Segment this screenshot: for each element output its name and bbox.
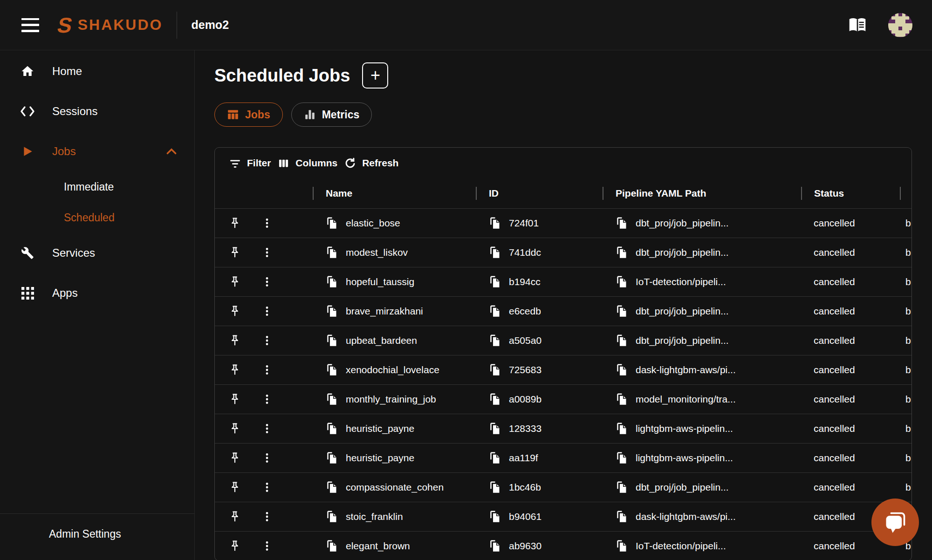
pushpin-icon[interactable]	[228, 305, 241, 318]
copy-icon[interactable]	[326, 393, 338, 406]
row-menu-button[interactable]	[261, 246, 273, 259]
copy-icon[interactable]	[326, 246, 338, 259]
copy-icon[interactable]	[616, 511, 628, 523]
refresh-button[interactable]: Refresh	[344, 157, 398, 170]
sidebar-item-scheduled[interactable]: Scheduled	[0, 202, 194, 233]
copy-icon[interactable]	[326, 364, 338, 376]
column-header-id[interactable]: ID	[476, 178, 603, 208]
row-menu-button[interactable]	[261, 276, 273, 288]
pushpin-icon[interactable]	[228, 481, 241, 494]
copy-icon[interactable]	[326, 305, 338, 318]
copy-icon[interactable]	[616, 217, 628, 230]
copy-icon[interactable]	[489, 246, 501, 259]
sidebar-item-apps[interactable]: Apps	[0, 273, 194, 313]
sidebar-item-home[interactable]: Home	[0, 51, 194, 91]
copy-icon[interactable]	[616, 393, 628, 406]
row-menu-button[interactable]	[261, 364, 273, 376]
main-content: Scheduled Jobs + Jobs Metrics Filter	[195, 50, 932, 560]
copy-icon[interactable]	[489, 511, 501, 523]
copy-icon[interactable]	[616, 423, 628, 435]
table-row[interactable]: elastic_bose 724f01 dbt_proj/job_pipelin…	[215, 208, 911, 238]
copy-icon[interactable]	[489, 305, 501, 318]
clipped-cell-text: b	[905, 482, 911, 493]
docs-button[interactable]	[847, 16, 868, 34]
copy-icon[interactable]	[489, 540, 501, 553]
copy-icon[interactable]	[489, 276, 501, 288]
pushpin-icon[interactable]	[228, 422, 241, 435]
topbar: S SHAKUDO demo2	[0, 0, 932, 50]
table-row[interactable]: upbeat_bardeen a505a0 dbt_proj/job_pipel…	[215, 326, 911, 355]
copy-icon[interactable]	[326, 481, 338, 494]
pipeline-yaml-path: lightgbm-aws-pipelin...	[636, 452, 733, 464]
copy-icon[interactable]	[489, 364, 501, 376]
filter-button[interactable]: Filter	[229, 157, 271, 170]
sidebar-item-immediate[interactable]: Immediate	[0, 171, 194, 202]
table-row[interactable]: heuristic_payne 128333 lightgbm-aws-pipe…	[215, 414, 911, 443]
copy-icon[interactable]	[489, 393, 501, 406]
pushpin-icon[interactable]	[228, 275, 241, 288]
table-row[interactable]: modest_liskov 741ddc dbt_proj/job_pipeli…	[215, 238, 911, 267]
pushpin-icon[interactable]	[228, 451, 241, 464]
table-row[interactable]: hopeful_taussig b194cc IoT-detection/pip…	[215, 267, 911, 296]
copy-icon[interactable]	[616, 540, 628, 553]
pushpin-icon[interactable]	[228, 363, 241, 376]
pushpin-icon[interactable]	[228, 217, 241, 230]
copy-icon[interactable]	[326, 540, 338, 553]
chevron-up-icon[interactable]	[165, 147, 178, 156]
pushpin-icon[interactable]	[228, 510, 241, 523]
copy-icon[interactable]	[616, 452, 628, 464]
row-menu-button[interactable]	[261, 423, 273, 435]
column-header-pipeline-yaml-path[interactable]: Pipeline YAML Path	[603, 178, 801, 208]
copy-icon[interactable]	[326, 511, 338, 523]
tab-metrics[interactable]: Metrics	[291, 102, 372, 127]
tab-jobs[interactable]: Jobs	[214, 102, 283, 127]
copy-icon[interactable]	[489, 452, 501, 464]
menu-button[interactable]	[21, 18, 39, 32]
copy-icon[interactable]	[616, 335, 628, 347]
table-row[interactable]: heuristic_payne aa119f lightgbm-aws-pipe…	[215, 443, 911, 472]
row-menu-button[interactable]	[261, 393, 273, 405]
table-row[interactable]: compassionate_cohen 1bc46b dbt_proj/job_…	[215, 472, 911, 502]
column-header-name[interactable]: Name	[313, 178, 476, 208]
pushpin-icon[interactable]	[228, 540, 241, 553]
row-menu-button[interactable]	[261, 540, 273, 552]
row-menu-button[interactable]	[261, 217, 273, 229]
copy-icon[interactable]	[616, 481, 628, 494]
row-menu-button[interactable]	[261, 452, 273, 464]
row-menu-button[interactable]	[261, 305, 273, 317]
pushpin-icon[interactable]	[228, 334, 241, 347]
column-header-status[interactable]: Status	[801, 178, 900, 208]
table-row[interactable]: monthly_training_job a0089b model_monito…	[215, 384, 911, 414]
table-row[interactable]: stoic_franklin b94061 dask-lightgbm-aws/…	[215, 502, 911, 531]
avatar[interactable]	[888, 13, 912, 37]
table-row[interactable]: brave_mirzakhani e6cedb dbt_proj/job_pip…	[215, 296, 911, 326]
sidebar-label: Immediate	[64, 181, 114, 193]
copy-icon[interactable]	[326, 217, 338, 230]
copy-icon[interactable]	[326, 335, 338, 347]
copy-icon[interactable]	[616, 305, 628, 318]
chat-widget-button[interactable]	[871, 499, 919, 546]
copy-icon[interactable]	[489, 217, 501, 230]
copy-icon[interactable]	[489, 335, 501, 347]
copy-icon[interactable]	[326, 452, 338, 464]
pushpin-icon[interactable]	[228, 246, 241, 259]
row-menu-button[interactable]	[261, 335, 273, 347]
copy-icon[interactable]	[616, 246, 628, 259]
sidebar-item-admin-settings[interactable]: Admin Settings	[0, 513, 194, 560]
sidebar-item-jobs[interactable]: Jobs	[0, 131, 194, 171]
sidebar-item-services[interactable]: Services	[0, 233, 194, 273]
table-row[interactable]: xenodochial_lovelace 725683 dask-lightgb…	[215, 355, 911, 384]
sidebar-item-sessions[interactable]: Sessions	[0, 91, 194, 131]
row-menu-button[interactable]	[261, 481, 273, 493]
add-job-button[interactable]: +	[362, 62, 388, 89]
row-menu-button[interactable]	[261, 511, 273, 523]
pushpin-icon[interactable]	[228, 393, 241, 406]
copy-icon[interactable]	[326, 276, 338, 288]
copy-icon[interactable]	[616, 364, 628, 376]
copy-icon[interactable]	[616, 276, 628, 288]
copy-icon[interactable]	[326, 423, 338, 435]
copy-icon[interactable]	[489, 423, 501, 435]
copy-icon[interactable]	[489, 481, 501, 494]
columns-button[interactable]: Columns	[277, 157, 337, 170]
table-row[interactable]: elegant_brown ab9630 IoT-detection/pipel…	[215, 531, 911, 560]
